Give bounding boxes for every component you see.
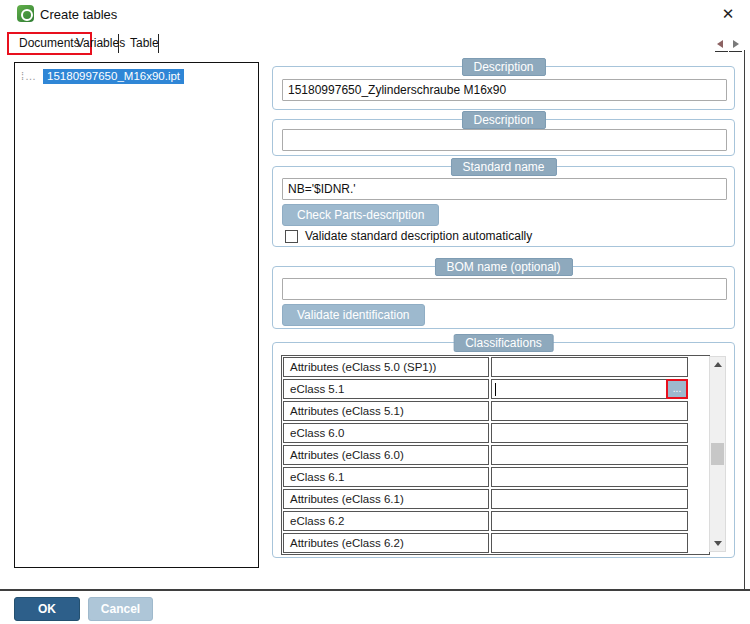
classification-row: eClass 6.2 (283, 511, 708, 532)
classification-row: eClass 6.0 (283, 423, 708, 444)
classification-value-cell[interactable] (491, 445, 688, 465)
cancel-button[interactable]: Cancel (88, 597, 153, 621)
tab-separator (118, 34, 119, 53)
group-classifications: Classifications Attributes (eClass 5.0 (… (272, 342, 735, 558)
classification-row: Attributes (eClass 5.1) (283, 401, 708, 422)
classification-name[interactable]: Attributes (eClass 5.1) (283, 401, 489, 421)
tab-scroll-left-button[interactable] (715, 37, 728, 52)
validate-standard-checkbox-row: Validate standard description automatica… (285, 229, 532, 243)
text-caret (495, 383, 496, 396)
classification-name[interactable]: eClass 6.1 (283, 467, 489, 487)
classification-row: Attributes (eClass 6.1) (283, 489, 708, 510)
classification-value-cell[interactable] (491, 401, 688, 421)
classifications-scrollbar[interactable] (709, 356, 726, 552)
window-title: Create tables (40, 7, 117, 22)
group-description-1: Description (272, 66, 735, 110)
classification-value-cell[interactable] (491, 357, 688, 377)
group-description-2: Description (272, 119, 735, 156)
group-title: Description (461, 111, 545, 129)
scroll-down-icon[interactable] (710, 536, 725, 551)
classifications-table: Attributes (eClass 5.0 (SP1)) eClass 5.1 (281, 355, 710, 555)
classification-value-cell[interactable] (491, 467, 688, 487)
description-1-input[interactable] (282, 79, 727, 101)
group-standard-name: Standard name Check Parts-description Va… (272, 166, 735, 247)
group-title: Description (461, 58, 545, 76)
create-tables-dialog: Create tables ✕ Documents Variables Tabl… (0, 0, 750, 624)
classification-row: Attributes (eClass 6.0) (283, 445, 708, 466)
classification-name[interactable]: Attributes (eClass 6.1) (283, 489, 489, 509)
create-tables-icon (17, 5, 34, 22)
classification-name[interactable]: eClass 5.1 (283, 379, 489, 399)
classification-name[interactable]: Attributes (eClass 5.0 (SP1)) (283, 357, 489, 377)
check-parts-description-button[interactable]: Check Parts-description (282, 204, 439, 226)
validate-identification-button[interactable]: Validate identification (282, 304, 425, 326)
classification-row: eClass 6.1 (283, 467, 708, 488)
arrow-left-icon (717, 40, 723, 48)
group-bom-name: BOM name (optional) Validate identificat… (272, 266, 735, 329)
classification-value-cell[interactable] (491, 423, 688, 443)
classification-value-cell[interactable]: ... (491, 379, 688, 399)
classification-name[interactable]: Attributes (eClass 6.0) (283, 445, 489, 465)
browse-button[interactable]: ... (666, 379, 688, 399)
classification-row: eClass 5.1 ... (283, 379, 708, 400)
close-icon[interactable]: ✕ (718, 4, 738, 24)
tree-node-selected[interactable]: 15180997650_M16x90.ipt (43, 69, 184, 84)
footer-separator (0, 589, 750, 591)
classification-value-cell[interactable] (491, 489, 688, 509)
arrow-right-icon (733, 40, 739, 48)
classification-name[interactable]: Attributes (eClass 6.2) (283, 533, 489, 553)
classification-value-editor: ... (492, 380, 687, 398)
classification-name[interactable]: eClass 6.2 (283, 511, 489, 531)
validate-standard-checkbox-label: Validate standard description automatica… (305, 229, 532, 243)
classification-value-cell[interactable] (491, 533, 688, 553)
tab-strip: Documents Variables Table (0, 32, 750, 56)
bom-name-input[interactable] (282, 278, 727, 300)
document-tree[interactable]: ⁞… 15180997650_M16x90.ipt (14, 62, 259, 568)
group-title: Standard name (450, 158, 556, 176)
tree-row: ⁞… 15180997650_M16x90.ipt (21, 67, 184, 85)
classification-row: Attributes (eClass 5.0 (SP1)) (283, 357, 708, 378)
scrollbar-thumb[interactable] (711, 443, 724, 465)
scroll-up-icon[interactable] (710, 357, 725, 372)
description-2-input[interactable] (282, 129, 727, 151)
standard-name-input[interactable] (282, 178, 727, 200)
tab-table[interactable]: Table (120, 32, 169, 54)
classification-row: Attributes (eClass 6.2) (283, 533, 708, 554)
tab-scrollers (714, 37, 742, 52)
content-frame-right-border (744, 50, 745, 590)
tree-branch-icon: ⁞… (21, 70, 37, 82)
classification-name[interactable]: eClass 6.0 (283, 423, 489, 443)
validate-standard-checkbox[interactable] (285, 230, 298, 243)
classification-value-cell[interactable] (491, 511, 688, 531)
tab-scroll-right-button[interactable] (729, 37, 742, 52)
group-title: BOM name (optional) (434, 258, 572, 276)
ok-button[interactable]: OK (14, 597, 80, 621)
group-title: Classifications (453, 334, 554, 352)
title-bar: Create tables ✕ (0, 0, 750, 30)
tab-separator (158, 34, 159, 53)
